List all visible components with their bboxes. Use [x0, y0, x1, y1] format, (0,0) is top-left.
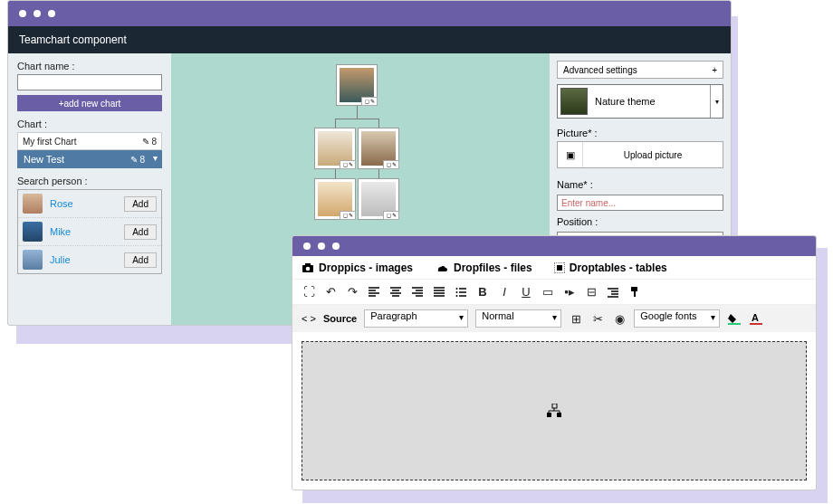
bullet-list-icon[interactable]	[454, 287, 468, 298]
chart-row[interactable]: My first Chart ✎ 8	[17, 132, 162, 150]
insert-toolbar: Droppics - images Dropfiles - files Drop…	[292, 256, 816, 280]
svg-rect-1	[305, 263, 311, 266]
window-dot	[48, 10, 55, 17]
chart-name-input[interactable]	[17, 74, 162, 90]
fill-color-icon[interactable]	[727, 312, 742, 325]
window-dot	[318, 242, 325, 250]
chevron-down-icon[interactable]: ▾	[710, 85, 723, 118]
paragraph-select[interactable]: Paragraph	[364, 309, 468, 328]
add-person-button[interactable]: Add	[124, 252, 157, 268]
svg-rect-8	[631, 287, 637, 291]
svg-rect-10	[728, 323, 741, 325]
upload-label: Upload picture	[583, 150, 723, 160]
pencil-icon[interactable]: ✎	[349, 213, 353, 218]
org-node[interactable]: ◻✎	[336, 64, 378, 106]
align-justify-icon[interactable]	[432, 287, 446, 298]
add-new-chart-button[interactable]: +add new chart	[17, 95, 162, 111]
align-right-icon[interactable]	[410, 287, 425, 298]
droppics-tab[interactable]: Droppics - images	[302, 262, 413, 274]
titlebar	[292, 236, 816, 256]
person-row: Rose Add	[18, 190, 161, 218]
person-list: Rose Add Mike Add Julie Add	[17, 189, 162, 274]
org-node[interactable]: ◻✎	[358, 178, 399, 220]
chart-row-name: My first Chart	[23, 137, 76, 147]
link-icon[interactable]: ⊞	[569, 312, 583, 326]
sidebar: Chart name : +add new chart Chart : My f…	[8, 53, 171, 325]
droptables-tab[interactable]: Droptables - tables	[554, 262, 667, 274]
titlebar	[8, 1, 731, 26]
org-chart-icon	[546, 404, 562, 418]
avatar	[23, 194, 43, 214]
upload-picture-button[interactable]: ▣ Upload picture	[557, 141, 723, 168]
svg-point-5	[456, 288, 458, 290]
plus-icon[interactable]: +	[712, 65, 717, 75]
fullscreen-icon[interactable]: ⛶	[302, 285, 316, 299]
add-person-button[interactable]: Add	[124, 196, 157, 212]
editor-drop-area[interactable]	[302, 341, 807, 480]
pencil-icon[interactable]: ✎	[392, 213, 397, 218]
svg-rect-9	[634, 291, 636, 297]
pencil-icon[interactable]: ✎	[370, 99, 375, 104]
advanced-settings-row[interactable]: Advanced settings +	[557, 61, 723, 79]
code-icon[interactable]: < >	[302, 313, 316, 324]
svg-point-7	[456, 295, 458, 297]
align-center-icon[interactable]	[388, 287, 403, 298]
camera-icon	[302, 262, 314, 273]
org-node[interactable]: ◻✎	[314, 128, 356, 169]
page-title: Teamchart component	[8, 26, 731, 53]
format-paint-icon[interactable]	[627, 287, 642, 298]
expand-icon[interactable]: ◻	[343, 162, 348, 167]
bold-icon[interactable]: B	[475, 285, 490, 299]
theme-select[interactable]: Nature theme ▾	[557, 84, 723, 119]
video-icon[interactable]: ▪▸	[562, 285, 577, 299]
dropfiles-tab[interactable]: Dropfiles - files	[435, 262, 532, 274]
avatar	[23, 250, 43, 270]
dropfiles-label: Dropfiles - files	[454, 262, 532, 274]
align-left-icon[interactable]	[367, 287, 381, 298]
text-color-icon[interactable]: A	[749, 312, 763, 325]
svg-rect-13	[552, 404, 557, 408]
pencil-icon[interactable]: ✎	[349, 162, 353, 167]
expand-icon[interactable]: ◻	[365, 99, 369, 104]
undo-icon[interactable]: ↶	[323, 285, 338, 299]
picture-label: Picture* :	[557, 128, 723, 138]
play-icon[interactable]: ◉	[612, 312, 627, 326]
pagebreak-icon[interactable]: ⊟	[584, 285, 598, 299]
search-person-label: Search person :	[17, 176, 162, 186]
expand-icon[interactable]: ◻	[343, 213, 348, 218]
droppics-label: Droppics - images	[319, 262, 413, 274]
person-name[interactable]: Rose	[50, 198, 117, 209]
image-icon[interactable]: ▭	[541, 285, 555, 299]
name-input[interactable]	[557, 195, 723, 211]
source-button[interactable]: Source	[323, 313, 357, 324]
pencil-icon[interactable]: ✎	[142, 137, 149, 147]
person-name[interactable]: Julie	[50, 254, 117, 265]
org-node[interactable]: ◻✎	[314, 178, 356, 220]
add-person-button[interactable]: Add	[124, 224, 157, 240]
format-toolbar: ⛶ ↶ ↷ B I U ▭ ▪▸ ⊟	[292, 280, 816, 305]
redo-icon[interactable]: ↷	[345, 285, 359, 299]
chart-row-name: New Test	[24, 154, 64, 165]
pencil-icon[interactable]: ✎	[130, 155, 138, 165]
advanced-settings-label: Advanced settings	[563, 65, 637, 75]
font-select[interactable]: Google fonts	[634, 309, 720, 328]
style-select[interactable]: Normal	[475, 309, 561, 328]
svg-rect-14	[547, 413, 551, 417]
svg-rect-4	[557, 265, 562, 271]
cloud-icon	[435, 262, 449, 273]
person-row: Julie Add	[18, 246, 161, 273]
indent-icon[interactable]	[606, 287, 620, 298]
org-node[interactable]: ◻✎	[358, 128, 399, 169]
pencil-icon[interactable]: ✎	[392, 162, 397, 167]
underline-icon[interactable]: U	[519, 285, 533, 299]
unlink-icon[interactable]: ✂	[590, 312, 605, 326]
table-icon	[554, 262, 565, 273]
expand-icon[interactable]: ◻	[387, 162, 391, 167]
italic-icon[interactable]: I	[497, 285, 512, 299]
svg-rect-15	[557, 413, 561, 417]
chart-row-selected[interactable]: New Test ✎ 8	[17, 150, 162, 168]
expand-icon[interactable]: ◻	[387, 213, 391, 218]
svg-point-2	[306, 266, 311, 271]
svg-text:A: A	[752, 312, 759, 323]
person-name[interactable]: Mike	[50, 226, 117, 237]
